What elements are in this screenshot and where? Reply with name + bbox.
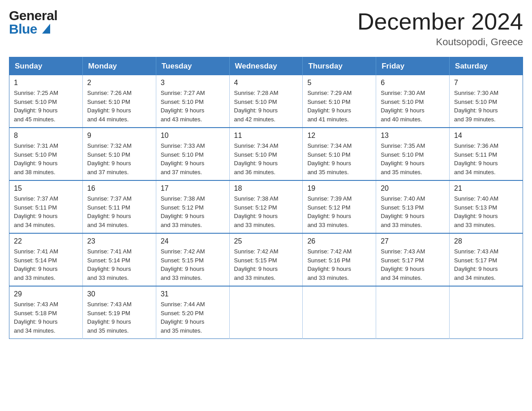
day-number: 14 xyxy=(454,132,518,140)
day-number: 25 xyxy=(234,237,298,245)
day-info: Sunrise: 7:37 AMSunset: 5:11 PMDaylight:… xyxy=(87,194,151,229)
day-number: 9 xyxy=(87,132,151,140)
day-number: 4 xyxy=(234,79,298,87)
day-number: 23 xyxy=(87,237,151,245)
day-number: 26 xyxy=(307,237,371,245)
logo-general: General xyxy=(9,9,57,22)
day-cell: 28Sunrise: 7:43 AMSunset: 5:17 PMDayligh… xyxy=(450,233,523,286)
day-cell: 1Sunrise: 7:25 AMSunset: 5:10 PMDaylight… xyxy=(9,75,83,128)
day-info: Sunrise: 7:42 AMSunset: 5:15 PMDaylight:… xyxy=(234,247,298,282)
day-cell: 13Sunrise: 7:35 AMSunset: 5:10 PMDayligh… xyxy=(376,128,450,180)
day-info: Sunrise: 7:35 AMSunset: 5:10 PMDaylight:… xyxy=(381,141,445,176)
day-info: Sunrise: 7:40 AMSunset: 5:13 PMDaylight:… xyxy=(454,194,518,229)
day-info: Sunrise: 7:41 AMSunset: 5:14 PMDaylight:… xyxy=(14,247,78,282)
day-number: 12 xyxy=(307,132,371,140)
day-number: 28 xyxy=(454,237,518,245)
week-row: 15Sunrise: 7:37 AMSunset: 5:11 PMDayligh… xyxy=(9,180,523,233)
day-cell: 11Sunrise: 7:34 AMSunset: 5:10 PMDayligh… xyxy=(229,128,303,180)
day-info: Sunrise: 7:37 AMSunset: 5:11 PMDaylight:… xyxy=(14,194,78,229)
day-cell: 23Sunrise: 7:41 AMSunset: 5:14 PMDayligh… xyxy=(82,233,156,286)
svg-marker-0 xyxy=(42,24,50,34)
day-number: 7 xyxy=(454,79,518,87)
day-info: Sunrise: 7:42 AMSunset: 5:16 PMDaylight:… xyxy=(307,247,371,282)
col-header-wednesday: Wednesday xyxy=(229,57,303,76)
col-header-sunday: Sunday xyxy=(9,57,83,76)
day-number: 29 xyxy=(14,290,78,298)
day-cell: 20Sunrise: 7:40 AMSunset: 5:13 PMDayligh… xyxy=(376,180,450,233)
calendar-table: SundayMondayTuesdayWednesdayThursdayFrid… xyxy=(9,57,523,339)
day-number: 11 xyxy=(234,132,298,140)
day-number: 2 xyxy=(87,79,151,87)
day-info: Sunrise: 7:43 AMSunset: 5:17 PMDaylight:… xyxy=(454,247,518,282)
day-info: Sunrise: 7:39 AMSunset: 5:12 PMDaylight:… xyxy=(307,194,371,229)
day-number: 17 xyxy=(161,184,225,193)
week-row: 1Sunrise: 7:25 AMSunset: 5:10 PMDaylight… xyxy=(9,75,523,128)
day-info: Sunrise: 7:25 AMSunset: 5:10 PMDaylight:… xyxy=(14,89,78,124)
day-cell: 10Sunrise: 7:33 AMSunset: 5:10 PMDayligh… xyxy=(156,128,229,180)
day-cell: 30Sunrise: 7:43 AMSunset: 5:19 PMDayligh… xyxy=(82,286,156,339)
day-number: 22 xyxy=(14,237,78,245)
col-header-monday: Monday xyxy=(82,57,156,76)
day-cell: 3Sunrise: 7:27 AMSunset: 5:10 PMDaylight… xyxy=(156,75,229,128)
day-number: 10 xyxy=(161,132,225,140)
day-info: Sunrise: 7:26 AMSunset: 5:10 PMDaylight:… xyxy=(87,89,151,124)
day-cell: 19Sunrise: 7:39 AMSunset: 5:12 PMDayligh… xyxy=(303,180,376,233)
day-info: Sunrise: 7:42 AMSunset: 5:15 PMDaylight:… xyxy=(161,247,225,282)
col-header-tuesday: Tuesday xyxy=(156,57,229,76)
day-cell xyxy=(450,286,523,339)
col-header-thursday: Thursday xyxy=(303,57,376,76)
day-number: 13 xyxy=(381,132,445,140)
col-header-saturday: Saturday xyxy=(450,57,523,76)
day-number: 19 xyxy=(307,184,371,193)
day-info: Sunrise: 7:30 AMSunset: 5:10 PMDaylight:… xyxy=(381,89,445,124)
location-subtitle: Koutsopodi, Greece xyxy=(357,36,523,48)
day-cell: 29Sunrise: 7:43 AMSunset: 5:18 PMDayligh… xyxy=(9,286,83,339)
day-number: 20 xyxy=(381,184,445,193)
day-info: Sunrise: 7:28 AMSunset: 5:10 PMDaylight:… xyxy=(234,89,298,124)
day-info: Sunrise: 7:29 AMSunset: 5:10 PMDaylight:… xyxy=(307,89,371,124)
day-cell: 24Sunrise: 7:42 AMSunset: 5:15 PMDayligh… xyxy=(156,233,229,286)
week-row: 8Sunrise: 7:31 AMSunset: 5:10 PMDaylight… xyxy=(9,128,523,180)
day-cell: 12Sunrise: 7:34 AMSunset: 5:10 PMDayligh… xyxy=(303,128,376,180)
logo: General Blue xyxy=(9,9,57,36)
title-area: December 2024 Koutsopodi, Greece xyxy=(357,9,523,48)
day-number: 3 xyxy=(161,79,225,87)
day-cell xyxy=(229,286,303,339)
day-info: Sunrise: 7:40 AMSunset: 5:13 PMDaylight:… xyxy=(381,194,445,229)
day-number: 8 xyxy=(14,132,78,140)
day-number: 5 xyxy=(307,79,371,87)
calendar-header-row: SundayMondayTuesdayWednesdayThursdayFrid… xyxy=(9,57,523,76)
day-info: Sunrise: 7:33 AMSunset: 5:10 PMDaylight:… xyxy=(161,141,225,176)
day-info: Sunrise: 7:43 AMSunset: 5:18 PMDaylight:… xyxy=(14,300,78,335)
day-info: Sunrise: 7:43 AMSunset: 5:17 PMDaylight:… xyxy=(381,247,445,282)
day-info: Sunrise: 7:31 AMSunset: 5:10 PMDaylight:… xyxy=(14,141,78,176)
day-info: Sunrise: 7:30 AMSunset: 5:10 PMDaylight:… xyxy=(454,89,518,124)
day-cell: 6Sunrise: 7:30 AMSunset: 5:10 PMDaylight… xyxy=(376,75,450,128)
day-number: 16 xyxy=(87,184,151,193)
day-number: 1 xyxy=(14,79,78,87)
day-cell: 15Sunrise: 7:37 AMSunset: 5:11 PMDayligh… xyxy=(9,180,83,233)
day-cell xyxy=(303,286,376,339)
day-cell: 2Sunrise: 7:26 AMSunset: 5:10 PMDaylight… xyxy=(82,75,156,128)
col-header-friday: Friday xyxy=(376,57,450,76)
day-info: Sunrise: 7:27 AMSunset: 5:10 PMDaylight:… xyxy=(161,89,225,124)
day-info: Sunrise: 7:44 AMSunset: 5:20 PMDaylight:… xyxy=(161,300,225,335)
day-cell: 18Sunrise: 7:38 AMSunset: 5:12 PMDayligh… xyxy=(229,180,303,233)
day-number: 6 xyxy=(381,79,445,87)
day-number: 27 xyxy=(381,237,445,245)
day-cell: 9Sunrise: 7:32 AMSunset: 5:10 PMDaylight… xyxy=(82,128,156,180)
day-cell: 21Sunrise: 7:40 AMSunset: 5:13 PMDayligh… xyxy=(450,180,523,233)
week-row: 22Sunrise: 7:41 AMSunset: 5:14 PMDayligh… xyxy=(9,233,523,286)
day-number: 24 xyxy=(161,237,225,245)
month-year-title: December 2024 xyxy=(357,9,523,34)
day-info: Sunrise: 7:38 AMSunset: 5:12 PMDaylight:… xyxy=(161,194,225,229)
day-cell: 8Sunrise: 7:31 AMSunset: 5:10 PMDaylight… xyxy=(9,128,83,180)
day-cell: 31Sunrise: 7:44 AMSunset: 5:20 PMDayligh… xyxy=(156,286,229,339)
day-info: Sunrise: 7:43 AMSunset: 5:19 PMDaylight:… xyxy=(87,300,151,335)
day-cell: 26Sunrise: 7:42 AMSunset: 5:16 PMDayligh… xyxy=(303,233,376,286)
day-cell: 22Sunrise: 7:41 AMSunset: 5:14 PMDayligh… xyxy=(9,233,83,286)
day-cell: 4Sunrise: 7:28 AMSunset: 5:10 PMDaylight… xyxy=(229,75,303,128)
day-info: Sunrise: 7:41 AMSunset: 5:14 PMDaylight:… xyxy=(87,247,151,282)
day-info: Sunrise: 7:38 AMSunset: 5:12 PMDaylight:… xyxy=(234,194,298,229)
week-row: 29Sunrise: 7:43 AMSunset: 5:18 PMDayligh… xyxy=(9,286,523,339)
